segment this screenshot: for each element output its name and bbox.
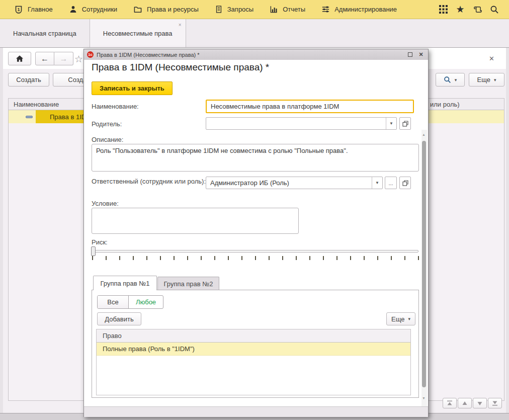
chevron-down-icon[interactable]: ▼ <box>372 177 382 189</box>
mode-option-all[interactable]: Все <box>98 296 129 308</box>
mode-option-any[interactable]: Любое <box>129 296 163 308</box>
apps-grid-icon[interactable] <box>435 0 452 19</box>
rights-row[interactable]: Полные права (Роль в "1IDM") <box>97 343 410 356</box>
close-icon[interactable]: ✕ <box>417 51 425 58</box>
condition-textarea[interactable] <box>92 208 299 234</box>
rights-column-header[interactable]: Право <box>97 329 410 343</box>
list-search-button[interactable]: ▾ <box>436 73 465 87</box>
responsible-open-button[interactable] <box>399 177 411 189</box>
create-button[interactable]: Создать <box>8 73 49 87</box>
risk-tick <box>391 256 392 260</box>
favorite-toggle-icon[interactable]: ☆ <box>74 53 83 65</box>
group-tab-1[interactable]: Группа прав №1 <box>93 276 157 290</box>
column-header-name[interactable]: Наименование <box>9 101 59 108</box>
description-textarea[interactable]: Роль "Пользователь" в платформе 1IDM не … <box>92 144 419 172</box>
forward-button[interactable]: → <box>54 52 73 65</box>
employees-person-icon <box>69 5 77 14</box>
tab-incompatible-rights[interactable]: Несовместимые права × <box>90 19 186 47</box>
menu-item-requests[interactable]: Запросы <box>207 0 262 19</box>
menu-label: Отчеты <box>283 6 305 13</box>
menu-item-rights-resources[interactable]: Права и ресурсы <box>125 0 207 19</box>
name-label: Наименование: <box>92 103 139 110</box>
column-header-responsible-fragment[interactable]: или роль) <box>430 101 460 108</box>
mode-toggle: Все Любое <box>97 295 163 309</box>
scroll-to-top-icon[interactable] <box>443 398 457 408</box>
logo-1c-shield-icon: 1 <box>14 5 23 14</box>
parent-input[interactable] <box>206 118 386 129</box>
dialog-footer <box>84 406 428 417</box>
menu-label: Права и ресурсы <box>147 6 199 13</box>
administration-sliders-icon <box>321 5 330 14</box>
risk-tick <box>323 256 324 260</box>
scrollbar-thumb[interactable] <box>422 141 426 387</box>
parent-open-button[interactable] <box>399 117 411 130</box>
rights-folder-icon <box>133 5 142 14</box>
menu-item-reports[interactable]: Отчеты <box>262 0 313 19</box>
menu-item-administration[interactable]: Администрирование <box>313 0 405 19</box>
svg-text:1: 1 <box>17 7 20 12</box>
risk-tick <box>106 256 107 260</box>
chevron-down-icon: ▾ <box>455 77 457 82</box>
tab-home-page[interactable]: Начальная страница <box>0 19 90 47</box>
menu-item-employees[interactable]: Сотрудники <box>61 0 125 19</box>
parent-combo[interactable]: ▼ <box>206 117 397 130</box>
group-tab-2[interactable]: Группа прав №2 <box>157 277 219 290</box>
dialog-title: Права в 1IDM (Несовместимые права) * <box>97 52 403 58</box>
dialog-scrollbar[interactable]: ▲ ▼ <box>421 130 427 406</box>
risk-tick <box>364 256 365 260</box>
risk-tick <box>282 256 283 260</box>
chevron-down-icon: ▾ <box>494 77 496 82</box>
description-label: Описание: <box>92 136 123 143</box>
risk-tick <box>336 256 337 260</box>
main-menu-bar: 1 Главное Сотрудники Права и ресурсы Зап… <box>0 0 509 19</box>
risk-tick <box>309 256 310 260</box>
menu-item-main[interactable]: 1 Главное <box>6 0 61 19</box>
home-button[interactable] <box>8 52 31 65</box>
history-nav-group: ← → <box>35 52 73 65</box>
risk-slider-track[interactable] <box>92 250 418 253</box>
panel-more-button[interactable]: Еще ▾ <box>386 312 415 325</box>
risk-tick <box>174 256 175 260</box>
risk-tick <box>404 256 405 260</box>
chevron-down-icon[interactable]: ▼ <box>386 118 396 129</box>
favorites-star-icon[interactable]: ★ <box>452 0 469 19</box>
tab-close-icon[interactable]: × <box>179 22 182 28</box>
tab-label: Несовместимые права <box>103 30 173 37</box>
responsible-input[interactable] <box>206 177 372 189</box>
forward-arrow-icon: → <box>60 55 68 63</box>
menu-label: Администрирование <box>334 6 397 13</box>
risk-tick <box>187 256 188 260</box>
risk-tick <box>92 256 93 260</box>
history-scroll-icon[interactable] <box>469 0 486 19</box>
search-icon[interactable] <box>486 0 503 19</box>
responsible-ellipsis-button[interactable]: ... <box>385 177 397 189</box>
search-icon <box>444 76 451 83</box>
tree-collapse-icon[interactable] <box>26 116 33 118</box>
home-icon <box>16 55 24 62</box>
responsible-combo[interactable]: ▼ <box>206 177 383 189</box>
risk-tick <box>214 256 215 260</box>
chevron-down-icon: ▾ <box>408 316 410 321</box>
scroll-down-icon[interactable] <box>473 398 487 408</box>
list-pager <box>443 398 502 408</box>
back-button[interactable]: ← <box>35 52 54 65</box>
list-more-button[interactable]: Еще ▾ <box>469 73 504 87</box>
risk-slider-thumb[interactable] <box>91 246 96 256</box>
logo-1c-icon: 1с <box>87 51 94 58</box>
reports-chart-icon <box>270 5 278 14</box>
scroll-up-icon[interactable] <box>458 398 472 408</box>
open-form-icon <box>402 180 408 186</box>
save-and-close-button[interactable]: Записать и закрыть <box>92 81 173 95</box>
maximize-icon[interactable] <box>406 52 414 58</box>
scroll-up-icon[interactable]: ▲ <box>422 133 426 136</box>
add-button[interactable]: Добавить <box>97 312 141 325</box>
list-form-close-icon[interactable]: ✕ <box>489 55 494 62</box>
dialog-heading: Права в 1IDM (Несовместимые права) * <box>92 62 269 73</box>
dialog-titlebar[interactable]: 1с Права в 1IDM (Несовместимые права) * … <box>84 49 428 60</box>
risk-tick <box>119 256 120 260</box>
rights-table-empty-area[interactable] <box>97 356 410 395</box>
responsible-label: Ответственный (сотрудник или роль): <box>92 178 206 186</box>
scroll-to-bottom-icon[interactable] <box>488 398 502 408</box>
scroll-down-icon[interactable]: ▼ <box>422 396 426 400</box>
name-input[interactable] <box>206 100 414 113</box>
